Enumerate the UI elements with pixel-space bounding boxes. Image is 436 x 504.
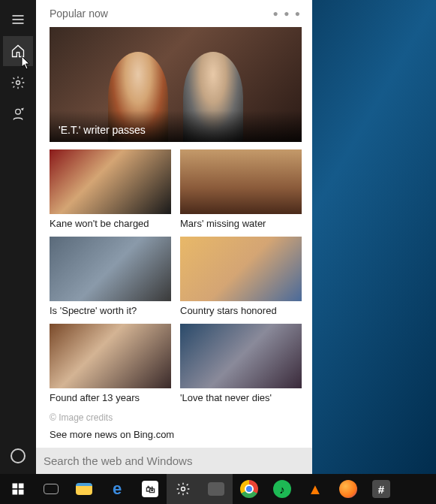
search-box[interactable]	[36, 448, 312, 474]
feedback-icon[interactable]	[3, 99, 33, 129]
tile-label: Country stars honored	[180, 301, 302, 318]
tile-label: Mars' missing water	[180, 214, 302, 231]
gear-icon[interactable]	[3, 68, 33, 98]
panel-title: Popular now	[50, 8, 273, 20]
panel-header: Popular now ● ● ●	[36, 0, 312, 24]
taskbar: e 🛍 ♪ ▲ #	[0, 474, 436, 504]
svg-point-3	[17, 81, 20, 85]
chrome-icon[interactable]	[233, 474, 266, 504]
home-icon[interactable]	[3, 36, 33, 66]
tile-thumb	[50, 237, 171, 301]
svg-rect-7	[13, 490, 18, 495]
store-icon[interactable]: 🛍	[134, 474, 167, 504]
svg-rect-6	[19, 484, 24, 489]
tile-thumb	[180, 237, 302, 301]
see-more-link[interactable]: See more news on Bing.com	[36, 427, 312, 448]
news-tile[interactable]: 'Love that never dies'	[180, 324, 302, 405]
hero-tile[interactable]: 'E.T.' writer passes	[50, 27, 302, 142]
image-credits-link[interactable]: © Image credits	[36, 411, 312, 427]
vlc-icon[interactable]: ▲	[299, 474, 332, 504]
news-tile[interactable]: Kane won't be charged	[50, 149, 171, 231]
slack-icon[interactable]: #	[365, 474, 398, 504]
tile-thumb	[180, 149, 302, 214]
news-grid: Kane won't be charged Mars' missing wate…	[36, 149, 312, 405]
news-tile[interactable]: Found after 13 years	[50, 324, 171, 405]
svg-rect-8	[19, 490, 24, 495]
news-tile[interactable]: Mars' missing water	[180, 149, 302, 231]
news-tile[interactable]: Country stars honored	[180, 237, 302, 318]
task-manager-icon[interactable]	[200, 474, 233, 504]
svg-point-9	[182, 487, 185, 491]
file-explorer-icon[interactable]	[68, 474, 101, 504]
cortana-panel: Popular now ● ● ● 'E.T.' writer passes K…	[36, 0, 312, 474]
search-input[interactable]	[44, 454, 305, 467]
svg-point-4	[16, 109, 21, 114]
edge-browser-icon[interactable]: e	[101, 474, 134, 504]
svg-rect-5	[13, 484, 18, 489]
spotify-icon[interactable]: ♪	[266, 474, 299, 504]
tile-label: Found after 13 years	[50, 388, 171, 405]
tile-thumb	[50, 324, 171, 388]
tile-label: Is 'Spectre' worth it?	[50, 301, 171, 318]
cortana-side-rail	[0, 0, 36, 474]
tile-label: Kane won't be charged	[50, 214, 171, 231]
start-button[interactable]	[2, 474, 35, 504]
cortana-circle-icon[interactable]	[11, 448, 26, 463]
more-options-icon[interactable]: ● ● ●	[273, 8, 302, 19]
tile-label: 'Love that never dies'	[180, 388, 302, 405]
firefox-icon[interactable]	[332, 474, 365, 504]
tile-thumb	[180, 324, 302, 388]
news-tile[interactable]: Is 'Spectre' worth it?	[50, 237, 171, 318]
tile-thumb	[50, 149, 171, 214]
hero-caption: 'E.T.' writer passes	[50, 110, 302, 142]
settings-app-icon[interactable]	[167, 474, 200, 504]
task-view-icon[interactable]	[35, 474, 68, 504]
hamburger-menu-icon[interactable]	[3, 5, 33, 35]
